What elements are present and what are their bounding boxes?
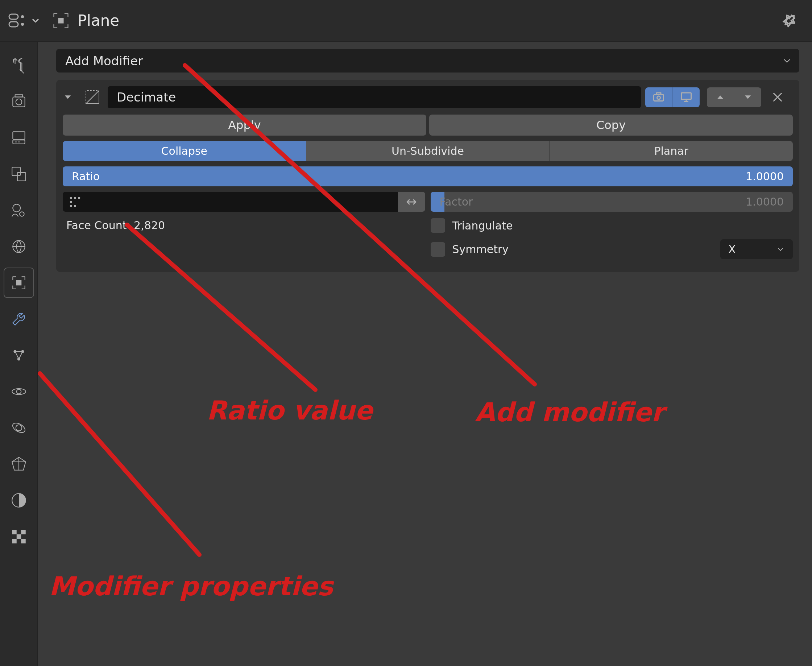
chevron-down-icon bbox=[776, 245, 785, 254]
svg-rect-0 bbox=[9, 14, 18, 19]
svg-point-36 bbox=[70, 201, 72, 203]
symmetry-label: Symmetry bbox=[452, 243, 713, 256]
svg-rect-11 bbox=[17, 173, 25, 181]
mode-collapse[interactable]: Collapse bbox=[63, 141, 306, 161]
mode-planar[interactable]: Planar bbox=[550, 141, 793, 161]
tab-texture[interactable] bbox=[4, 522, 33, 551]
apply-button[interactable]: Apply bbox=[63, 115, 426, 135]
vertex-group-field[interactable] bbox=[63, 192, 398, 212]
move-up-button[interactable] bbox=[707, 87, 734, 107]
add-modifier-dropdown[interactable]: Add Modifier bbox=[56, 49, 799, 73]
triangulate-label: Triangulate bbox=[452, 219, 513, 232]
tab-world[interactable] bbox=[4, 232, 33, 261]
properties-header: Plane bbox=[0, 0, 812, 42]
svg-rect-32 bbox=[681, 93, 691, 99]
symmetry-axis-dropdown[interactable]: X bbox=[720, 239, 793, 259]
modifier-name-field[interactable]: Decimate bbox=[108, 86, 641, 108]
add-modifier-label: Add Modifier bbox=[65, 54, 143, 68]
svg-rect-28 bbox=[21, 539, 26, 544]
svg-point-13 bbox=[20, 212, 24, 216]
pin-icon[interactable] bbox=[777, 9, 801, 32]
svg-point-33 bbox=[70, 196, 72, 199]
svg-rect-31 bbox=[657, 93, 661, 95]
expand-toggle[interactable] bbox=[63, 92, 77, 102]
svg-point-34 bbox=[74, 196, 76, 199]
tab-render[interactable] bbox=[4, 87, 33, 116]
double-arrow-icon bbox=[405, 195, 418, 208]
chevron-down-icon bbox=[782, 56, 792, 66]
svg-point-2 bbox=[21, 15, 24, 18]
ratio-slider[interactable]: Ratio 1.0000 bbox=[63, 166, 793, 186]
mode-unsubdivide[interactable]: Un-Subdivide bbox=[306, 141, 550, 161]
move-down-button[interactable] bbox=[734, 87, 761, 107]
delete-modifier-button[interactable] bbox=[771, 91, 793, 104]
vertex-group-icon bbox=[68, 195, 82, 209]
svg-rect-8 bbox=[13, 132, 25, 139]
svg-point-7 bbox=[16, 99, 22, 105]
svg-rect-1 bbox=[9, 22, 18, 27]
decimate-modifier: Decimate bbox=[56, 80, 799, 272]
svg-rect-15 bbox=[16, 280, 21, 286]
svg-rect-4 bbox=[58, 18, 63, 23]
properties-icon bbox=[7, 12, 29, 29]
ratio-value: 1.0000 bbox=[746, 170, 784, 183]
svg-point-38 bbox=[74, 204, 76, 207]
svg-rect-6 bbox=[15, 95, 23, 97]
object-name: Plane bbox=[77, 12, 119, 30]
tab-particles[interactable] bbox=[4, 341, 33, 370]
modifier-panel: Add Modifier Decimate bbox=[38, 42, 812, 666]
tab-material[interactable] bbox=[4, 486, 33, 515]
tab-scene[interactable] bbox=[4, 196, 33, 225]
tab-constraints[interactable] bbox=[4, 413, 33, 442]
object-icon bbox=[51, 11, 70, 30]
svg-point-37 bbox=[70, 204, 72, 207]
svg-point-21 bbox=[16, 425, 22, 431]
factor-value: 1.0000 bbox=[746, 195, 784, 208]
editor-type-selector[interactable] bbox=[7, 12, 41, 29]
tab-modifiers[interactable] bbox=[4, 305, 33, 333]
properties-tabs bbox=[0, 42, 38, 666]
svg-point-3 bbox=[21, 23, 24, 26]
tab-physics[interactable] bbox=[4, 377, 33, 406]
tab-tool[interactable] bbox=[4, 51, 33, 80]
svg-rect-5 bbox=[13, 97, 25, 107]
svg-rect-10 bbox=[12, 167, 20, 175]
tab-view-layer[interactable] bbox=[4, 160, 33, 188]
factor-label: Factor bbox=[440, 195, 473, 208]
ratio-label: Ratio bbox=[72, 170, 100, 183]
svg-point-19 bbox=[16, 389, 21, 394]
svg-rect-29 bbox=[654, 95, 664, 101]
svg-point-35 bbox=[78, 196, 80, 199]
tab-output[interactable] bbox=[4, 123, 33, 152]
copy-button[interactable]: Copy bbox=[429, 115, 793, 135]
svg-point-30 bbox=[657, 96, 660, 99]
camera-icon bbox=[652, 91, 665, 104]
decimate-icon bbox=[82, 86, 103, 108]
symmetry-checkbox[interactable] bbox=[431, 242, 445, 257]
svg-rect-25 bbox=[21, 530, 26, 534]
factor-slider[interactable]: Factor 1.0000 bbox=[431, 192, 793, 212]
object-breadcrumb[interactable]: Plane bbox=[51, 11, 119, 30]
show-render-toggle[interactable] bbox=[645, 87, 672, 107]
tab-object[interactable] bbox=[4, 268, 33, 297]
chevron-down-icon bbox=[30, 16, 41, 26]
svg-rect-24 bbox=[12, 530, 16, 534]
show-viewport-toggle[interactable] bbox=[672, 87, 700, 107]
svg-rect-26 bbox=[16, 534, 21, 539]
vertex-group-invert[interactable] bbox=[398, 192, 425, 212]
svg-point-22 bbox=[11, 421, 26, 435]
triangulate-checkbox[interactable] bbox=[431, 218, 445, 233]
svg-point-12 bbox=[13, 204, 20, 212]
face-count-label: Face Count: 2,820 bbox=[63, 219, 425, 232]
monitor-icon bbox=[680, 91, 693, 104]
svg-rect-27 bbox=[12, 539, 16, 544]
tab-mesh-data[interactable] bbox=[4, 450, 33, 478]
